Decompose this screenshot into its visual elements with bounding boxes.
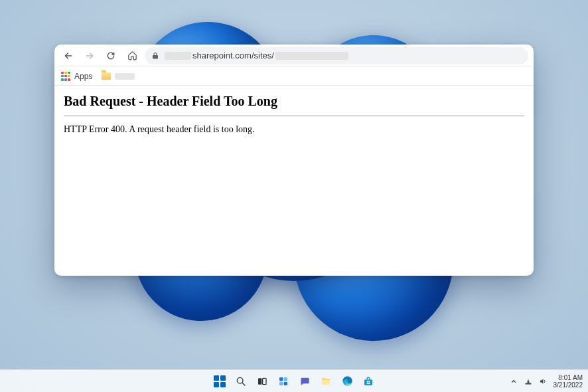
sound-icon[interactable] xyxy=(538,376,548,387)
bookmark-folder[interactable] xyxy=(102,72,135,80)
taskbar-clock[interactable]: 8:01 AM 3/21/2022 xyxy=(553,374,583,389)
start-button[interactable] xyxy=(211,373,228,390)
svg-rect-15 xyxy=(527,381,529,383)
widgets-icon xyxy=(278,376,289,387)
url-redacted-path-suffix xyxy=(275,52,348,60)
taskview-button[interactable] xyxy=(254,373,271,390)
browser-window: sharepoint.com/sites/ Apps Bad Request - xyxy=(54,45,534,276)
error-heading: Bad Request - Header Field Too Long xyxy=(64,94,524,109)
svg-rect-10 xyxy=(367,381,368,382)
svg-rect-16 xyxy=(528,379,528,381)
apps-shortcut[interactable]: Apps xyxy=(61,72,92,81)
desktop: sharepoint.com/sites/ Apps Bad Request - xyxy=(0,0,588,392)
store-button[interactable] xyxy=(360,373,377,390)
url-text: sharepoint.com/sites/ xyxy=(165,50,348,60)
chat-icon xyxy=(299,376,310,387)
address-bar[interactable]: sharepoint.com/sites/ xyxy=(145,47,528,64)
explorer-button[interactable] xyxy=(317,373,334,390)
search-button[interactable] xyxy=(232,373,250,390)
svg-rect-3 xyxy=(263,378,266,384)
svg-rect-12 xyxy=(367,383,368,384)
arrow-right-icon xyxy=(85,51,94,60)
svg-rect-8 xyxy=(322,380,330,385)
apps-label: Apps xyxy=(74,72,92,81)
taskview-icon xyxy=(257,376,267,387)
system-tray[interactable] xyxy=(508,376,548,387)
reload-button[interactable] xyxy=(102,47,119,64)
windows-logo-icon xyxy=(214,375,226,387)
reload-icon xyxy=(106,51,115,60)
page-content: Bad Request - Header Field Too Long HTTP… xyxy=(54,86,534,276)
error-body: HTTP Error 400. A request header field i… xyxy=(64,124,524,135)
svg-rect-6 xyxy=(279,381,283,385)
svg-rect-2 xyxy=(258,378,261,384)
forward-button[interactable] xyxy=(81,47,98,64)
svg-rect-5 xyxy=(284,377,287,381)
svg-rect-4 xyxy=(279,377,283,381)
bookmark-label-redacted xyxy=(115,73,135,80)
url-visible-segment: sharepoint.com/sites/ xyxy=(192,50,274,60)
svg-rect-7 xyxy=(284,381,287,385)
taskbar-right: 8:01 AM 3/21/2022 xyxy=(508,370,583,392)
edge-button[interactable] xyxy=(338,373,356,390)
arrow-left-icon xyxy=(64,51,73,60)
svg-line-1 xyxy=(242,383,245,385)
bookmarks-bar: Apps xyxy=(54,67,534,86)
file-explorer-icon xyxy=(321,376,331,387)
divider xyxy=(64,116,524,116)
taskbar-center xyxy=(211,373,377,390)
svg-rect-14 xyxy=(525,383,531,384)
taskbar: 8:01 AM 3/21/2022 xyxy=(0,369,588,392)
svg-rect-11 xyxy=(368,381,370,382)
search-icon xyxy=(236,376,246,387)
lock-icon xyxy=(151,52,159,60)
chat-button[interactable] xyxy=(296,373,313,390)
svg-rect-13 xyxy=(368,383,370,384)
home-button[interactable] xyxy=(123,47,141,64)
apps-icon xyxy=(61,72,70,81)
browser-toolbar: sharepoint.com/sites/ xyxy=(54,45,534,67)
home-icon xyxy=(127,50,137,60)
folder-icon xyxy=(102,72,111,80)
back-button[interactable] xyxy=(60,47,77,64)
tray-chevron-icon[interactable] xyxy=(508,376,519,387)
clock-time: 8:01 AM xyxy=(553,374,583,381)
edge-icon xyxy=(342,375,353,387)
network-icon[interactable] xyxy=(523,376,534,387)
widgets-button[interactable] xyxy=(275,373,292,390)
url-redacted-host-prefix xyxy=(165,52,191,60)
store-icon xyxy=(363,376,374,387)
clock-date: 3/21/2022 xyxy=(553,381,583,389)
